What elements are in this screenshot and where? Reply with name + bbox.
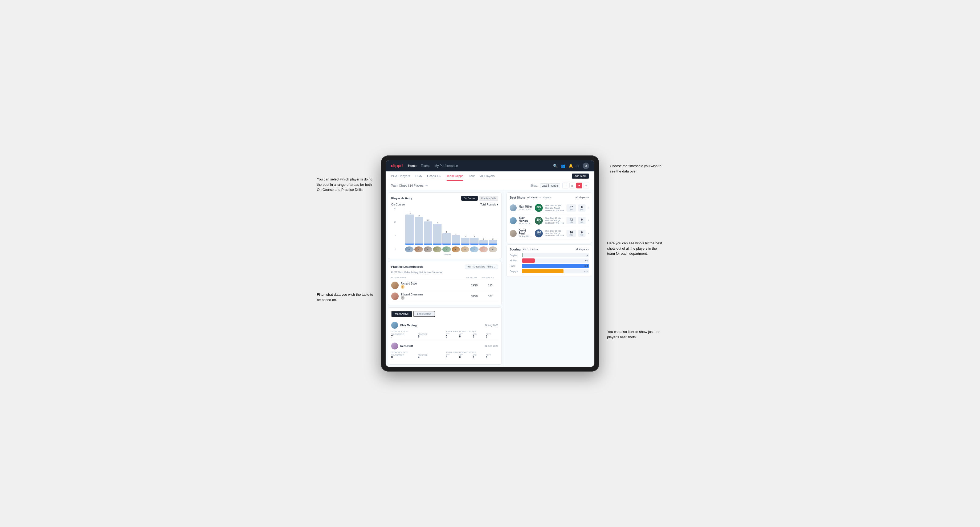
scoring-player-dropdown[interactable]: All Players ▾ xyxy=(576,248,589,251)
bar-5 xyxy=(452,235,460,244)
h-bar-fill-1 xyxy=(522,259,535,263)
on-course-label: On Course xyxy=(391,203,405,206)
sub-nav-hcaps[interactable]: Hcaps 1-5 xyxy=(427,171,441,181)
player-activity-title: Player Activity xyxy=(391,197,412,200)
tournament-val-0: 7 xyxy=(391,335,417,338)
shot-dist-num-0: 67 xyxy=(570,205,573,209)
search-icon[interactable]: 🔍 xyxy=(553,163,558,168)
tournament-group-1: Tournament 8 xyxy=(391,354,417,359)
toggle-group: On Course Practice Drills xyxy=(461,196,498,201)
activity-name-0: Blair McHarg xyxy=(400,324,417,327)
sub-nav-pga[interactable]: PGA xyxy=(415,171,422,181)
app-group-1: APP 0 xyxy=(459,354,471,359)
all-players-dropdown[interactable]: All Players ▾ xyxy=(575,196,589,199)
tab-least-active[interactable]: Least Active xyxy=(413,311,435,317)
sub-nav-team-clippd[interactable]: Team Clippd xyxy=(447,171,464,181)
scoring-player-label: All Players xyxy=(576,248,587,251)
bell-icon[interactable]: 🔔 xyxy=(568,163,573,168)
bar-value-9: 2 xyxy=(492,238,493,240)
shot-detail-1-0: Shot Dist: 43 yds xyxy=(545,217,564,219)
arg-label-0: ARG xyxy=(473,333,485,335)
view-list[interactable]: ≡ xyxy=(583,183,589,189)
add-team-button[interactable]: Add Team xyxy=(572,173,589,179)
avatar[interactable]: U xyxy=(583,163,589,169)
shot-badge-0: 200 SG xyxy=(535,204,543,212)
sub-nav-all-players[interactable]: All Players xyxy=(480,171,495,181)
practice-group-0: Practice 6 xyxy=(418,333,444,338)
practice-player-info-1: Edward Crossman 2 xyxy=(401,293,423,300)
chart-section-header: On Course Total Rounds ▾ xyxy=(391,203,498,206)
best-shots-card: Best Shots All Shots ▾ Players All Playe… xyxy=(506,192,592,243)
plus-circle-icon[interactable]: ⊕ xyxy=(576,163,579,168)
show-select[interactable]: Last 3 months xyxy=(540,183,560,188)
total-rounds-dropdown[interactable]: Total Rounds ▾ xyxy=(480,203,498,206)
shot-player-info-2: David Ford 24 Aug 2023 · Royal North Dev… xyxy=(519,229,533,237)
bar-wrapper-6: 3 xyxy=(461,236,469,244)
h-bar-fill-2 xyxy=(522,264,589,268)
tab-most-active[interactable]: Most Active xyxy=(391,311,412,317)
nav-link-myperformance[interactable]: My Performance xyxy=(434,164,458,168)
shot-row-0[interactable]: Matt Miller 09 Jun 2023 · Royal North De… xyxy=(510,202,589,214)
shot-detail-0-2: End Lie: In The Hole xyxy=(545,209,564,211)
practice-group-1: Practice 4 xyxy=(418,354,444,359)
practice-name-0: Richard Butler xyxy=(401,282,418,285)
shot-zero-0: 0 yds xyxy=(578,205,585,211)
shot-row-2[interactable]: David Ford 24 Aug 2023 · Royal North Dev… xyxy=(510,227,589,240)
practice-avatar-1 xyxy=(391,292,399,300)
shot-player-meta-1: 23 Jul 2023 · Ashridge GC, Hole 15 xyxy=(519,222,533,225)
bar-value-1: 12 xyxy=(418,215,420,217)
activities-subgrid-0: GTT 0 APP 0 ARG xyxy=(446,333,498,338)
gtt-label-1: GTT xyxy=(446,354,458,356)
shot-badge-1: 200 SG xyxy=(535,217,543,225)
shot-zero-1: 0 yds xyxy=(578,217,585,224)
activity-avatar-0 xyxy=(391,322,398,329)
edit-icon[interactable]: ✏ xyxy=(426,184,428,187)
scoring-filter-dropdown[interactable]: Par 3, 4 & 5s ▾ xyxy=(523,248,538,251)
bar-value-8: 2 xyxy=(483,238,484,240)
practice-player-0: Richard Butler 1 xyxy=(391,282,466,289)
tournament-group-0: Tournament 7 xyxy=(391,333,417,338)
activity-player-header-0: Blair McHarg 26 Aug 2023 xyxy=(391,322,498,329)
nav-link-teams[interactable]: Teams xyxy=(421,164,430,168)
view-heart[interactable]: ♥ xyxy=(576,183,582,189)
scoring-section: Scoring Par 3, 4 & 5s ▾ All Players ▾ xyxy=(506,244,592,277)
chevron-right-2: › xyxy=(588,232,589,235)
activity-tabs: Most Active Least Active xyxy=(391,311,498,317)
sub-nav-pgat[interactable]: PGAT Players xyxy=(391,171,410,181)
gtt-val-0: 0 xyxy=(446,335,458,338)
scoring-title: Scoring xyxy=(510,248,520,251)
toggle-on-course[interactable]: On Course xyxy=(461,196,478,201)
practice-table-header: PLAYER NAME PB SCORE PB AVG SQ xyxy=(391,275,498,280)
tab-all-shots[interactable]: All Shots xyxy=(527,196,538,199)
player-avatars: MBFCEBBMCR xyxy=(404,246,498,252)
player-avatar-9: R xyxy=(488,246,497,252)
tab-players[interactable]: Players xyxy=(543,196,551,199)
h-bar-label-1: Birdies xyxy=(510,259,520,262)
practice-val-0: 6 xyxy=(418,335,444,338)
shot-avatar-2 xyxy=(510,230,517,237)
shot-row-1[interactable]: Blair McHarg 23 Jul 2023 · Ashridge GC, … xyxy=(510,214,589,227)
practice-filter[interactable]: PUTT Must Make Putting … xyxy=(465,265,498,269)
arg-group-0: ARG 0 xyxy=(473,333,485,338)
shot-detail-2-2: End Lie: In The Hole xyxy=(545,235,564,237)
nav-link-home[interactable]: Home xyxy=(408,164,417,168)
total-rounds-group-1: Total Rounds Tournament 8 Practice xyxy=(391,351,444,359)
view-grid-dots[interactable]: ⠿ xyxy=(562,183,568,189)
shot-badge-2: 198 SG xyxy=(535,229,543,237)
practice-subtitle: PUTT Must Make Putting (3-6 ft), Last 3 … xyxy=(391,271,498,274)
sub-nav-tour[interactable]: Tour xyxy=(469,171,474,181)
view-grid[interactable]: ⊞ xyxy=(570,183,575,189)
shot-details-0: Shot Dist: 67 yds Start Lie: Rough End L… xyxy=(545,205,564,211)
shot-dist-unit-0: yds xyxy=(570,209,573,211)
arg-group-1: ARG 0 xyxy=(473,354,485,359)
app-label-1: APP xyxy=(459,354,471,356)
shot-zero-2: 0 yds xyxy=(578,230,585,237)
people-icon[interactable]: 👥 xyxy=(561,163,565,168)
y-axis: 15 10 5 0 xyxy=(391,208,396,250)
toggle-practice-drills[interactable]: Practice Drills xyxy=(479,196,498,201)
scoring-filter-label: Par 3, 4 & 5s xyxy=(523,248,536,251)
player-avatar-3: C xyxy=(433,246,442,252)
bar-value-6: 3 xyxy=(465,236,466,237)
best-shots-header: Best Shots All Shots ▾ Players All Playe… xyxy=(510,196,589,199)
shot-detail-0-0: Shot Dist: 67 yds xyxy=(545,205,564,207)
